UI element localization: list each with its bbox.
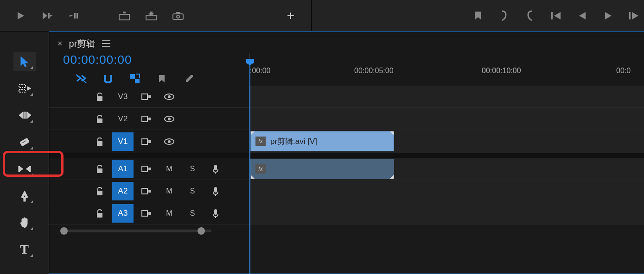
current-timecode[interactable]: 00:00:00:00	[63, 53, 249, 67]
sequence-name[interactable]: pr剪辑	[69, 37, 96, 50]
mute-button[interactable]: M	[159, 182, 180, 200]
voice-icon[interactable]	[205, 204, 226, 223]
mark-out-icon[interactable]	[523, 9, 536, 22]
sync-lock-icon[interactable]	[135, 132, 157, 151]
eye-icon[interactable]	[159, 110, 180, 128]
lock-icon[interactable]	[89, 182, 110, 200]
slip-tool[interactable]	[13, 160, 36, 178]
mark-in-icon[interactable]	[497, 9, 510, 22]
track-lane-v1[interactable]: fx pr剪辑.avi [V]	[249, 130, 644, 153]
track-lane-a1[interactable]: fx	[249, 158, 644, 180]
zoom-scrollbar[interactable]	[49, 224, 249, 237]
zoom-handle-right[interactable]	[198, 227, 205, 235]
time-ruler[interactable]: :00:00 00:00:05:00 00:00:10:00 00:0	[249, 53, 644, 86]
track-lane-v2[interactable]	[249, 108, 644, 130]
skip-to-icon[interactable]	[68, 9, 81, 22]
lock-icon[interactable]	[89, 132, 110, 151]
track-name[interactable]: V2	[112, 110, 134, 128]
svg-rect-52	[97, 213, 102, 218]
playhead[interactable]	[249, 63, 250, 274]
ruler-label: 00:00:10:00	[482, 67, 521, 75]
track-lane-v3[interactable]	[249, 86, 644, 108]
track-name[interactable]: V3	[112, 87, 134, 106]
solo-button[interactable]: S	[182, 160, 203, 178]
go-to-in-icon[interactable]	[549, 9, 562, 22]
svg-rect-48	[142, 188, 147, 194]
mark-clip-icon[interactable]	[472, 9, 485, 22]
voice-icon[interactable]	[205, 182, 226, 200]
snap-icon[interactable]	[102, 72, 115, 85]
svg-rect-20	[24, 199, 26, 201]
svg-rect-21	[102, 40, 110, 41]
solo-button[interactable]: S	[182, 182, 203, 200]
svg-rect-23	[102, 46, 110, 47]
svg-rect-43	[142, 166, 147, 172]
svg-rect-56	[215, 217, 216, 218]
timeline-tracks[interactable]: fx pr剪辑.avi [V] fx	[249, 86, 644, 274]
audio-track-a2[interactable]: A2 M S	[49, 180, 249, 202]
sequence-menu-icon[interactable]	[102, 38, 110, 49]
video-track-v1[interactable]: V1	[49, 130, 249, 153]
ruler-label: 00:00:05:00	[354, 67, 394, 75]
step-forward-icon[interactable]	[627, 9, 640, 22]
sync-lock-icon[interactable]	[135, 160, 157, 178]
video-track-v3[interactable]: V3	[49, 86, 249, 108]
mute-button[interactable]: M	[159, 204, 180, 223]
solo-button[interactable]: S	[182, 204, 203, 223]
svg-rect-49	[148, 190, 151, 193]
export-frame-icon[interactable]	[172, 9, 185, 22]
mute-button[interactable]: M	[159, 160, 180, 178]
marker-icon[interactable]	[155, 72, 168, 85]
svg-rect-17	[19, 166, 20, 172]
add-icon[interactable]: +	[284, 9, 297, 22]
eye-icon[interactable]	[159, 87, 180, 106]
track-name[interactable]: A3	[112, 204, 134, 223]
lock-icon[interactable]	[89, 204, 110, 223]
overwrite-icon[interactable]	[145, 9, 158, 22]
svg-rect-51	[215, 194, 216, 196]
sync-lock-icon[interactable]	[135, 87, 157, 106]
razor-tool[interactable]	[13, 133, 36, 151]
pen-tool[interactable]	[13, 187, 36, 205]
ripple-edit-tool[interactable]	[13, 106, 36, 125]
lock-icon[interactable]	[89, 87, 110, 106]
tool-palette: T	[0, 31, 49, 274]
settings-icon[interactable]	[182, 72, 195, 85]
eye-icon[interactable]	[159, 132, 180, 151]
svg-point-41	[168, 140, 171, 143]
svg-rect-13	[24, 112, 25, 118]
selection-tool[interactable]	[13, 52, 36, 71]
video-track-v2[interactable]: V2	[49, 108, 249, 130]
svg-rect-18	[29, 166, 31, 172]
video-clip[interactable]: fx pr剪辑.avi [V]	[250, 131, 394, 151]
type-tool[interactable]: T	[13, 240, 36, 259]
audio-track-a1[interactable]: A1 M S	[49, 158, 249, 180]
voice-icon[interactable]	[205, 160, 226, 178]
play-icon[interactable]	[14, 9, 27, 22]
track-lane-a3[interactable]	[249, 202, 644, 224]
lock-icon[interactable]	[89, 160, 110, 178]
sync-lock-icon[interactable]	[135, 204, 157, 223]
track-name[interactable]: A1	[112, 160, 134, 178]
ruler-label: 00:0	[616, 67, 631, 75]
track-name[interactable]: A2	[112, 182, 134, 200]
svg-rect-7	[176, 12, 180, 14]
svg-rect-34	[148, 118, 151, 120]
sync-lock-icon[interactable]	[135, 182, 157, 200]
zoom-handle-left[interactable]	[60, 227, 68, 235]
play-step-icon[interactable]	[41, 9, 54, 22]
linked-selection-icon[interactable]	[128, 72, 141, 85]
lock-icon[interactable]	[89, 110, 110, 128]
hand-tool[interactable]	[13, 213, 36, 232]
step-back-icon[interactable]	[575, 9, 588, 22]
play-program-icon[interactable]	[601, 9, 614, 22]
audio-clip[interactable]: fx	[250, 159, 394, 179]
insert-icon[interactable]	[118, 9, 131, 22]
track-select-tool[interactable]	[13, 79, 36, 98]
track-name[interactable]: V1	[112, 132, 134, 151]
sync-lock-icon[interactable]	[135, 110, 157, 128]
audio-track-a3[interactable]: A3 M S	[49, 202, 249, 224]
nest-icon[interactable]	[75, 72, 88, 85]
track-lane-a2[interactable]	[249, 180, 644, 202]
close-sequence-icon[interactable]: ×	[57, 39, 63, 49]
